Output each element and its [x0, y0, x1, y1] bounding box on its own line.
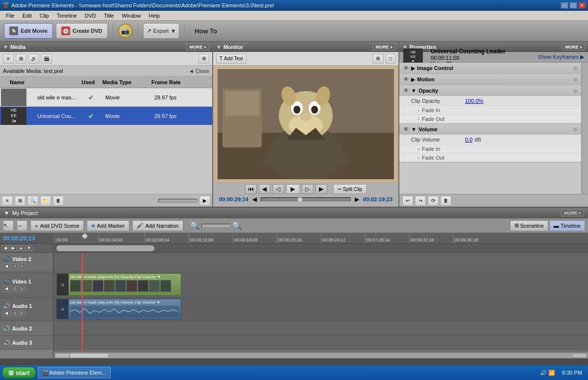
audio1-right-btn[interactable]: ▷ [19, 310, 25, 316]
monitor-collapse-button[interactable]: □ [386, 54, 395, 64]
media-filmstrip-button[interactable]: 🎬 [41, 54, 52, 64]
media-more-button[interactable]: MORE » [186, 44, 209, 50]
project-collapse-icon[interactable]: ▼ [4, 210, 9, 216]
menu-title[interactable]: Title [100, 12, 118, 20]
pointer-tool-button[interactable]: ↖ [3, 220, 14, 231]
close-button[interactable]: ✕ [578, 2, 586, 9]
media-view-list-button[interactable]: ≡ [3, 54, 14, 64]
sceneline-button[interactable]: ⊞ Sceneline [510, 220, 548, 231]
add-narration-button[interactable]: 🎤 Add Narration [132, 220, 183, 231]
image-control-header[interactable]: 👁 ▶ Image Control ⊙ [399, 63, 581, 73]
col-fps-header[interactable]: Frame Rate [149, 79, 194, 85]
reset-btn[interactable]: ⟳ [428, 196, 439, 206]
motion-header[interactable]: 👁 ▶ Motion ⊙ [399, 74, 581, 85]
video2-track[interactable] [54, 253, 588, 272]
eye-icon-volume[interactable]: 👁 [403, 126, 409, 133]
zoom-slider[interactable] [201, 224, 231, 228]
add-text-button[interactable]: T Add Text [216, 54, 246, 64]
motion-reset[interactable]: ⊙ [573, 77, 577, 82]
timeline-scrollbar[interactable] [54, 244, 588, 253]
add-marker-button[interactable]: ◆ Add Marker [87, 220, 129, 231]
collapse-all-btn[interactable]: ◀ [2, 245, 9, 251]
hscroll-left-btn[interactable] [55, 353, 70, 358]
eye-icon-motion[interactable]: 👁 [403, 76, 409, 83]
media-item-1[interactable]: old wile e mask play.m4v ✔ Movie 29.97 f… [0, 88, 212, 107]
time-ruler[interactable]: :00;00 00:01;04;02 00:02;08;04 00:03;12;… [54, 233, 588, 244]
create-dvd-button[interactable]: 💿 Create DVD [56, 23, 108, 39]
media-options-button[interactable]: ⚙ [198, 54, 209, 64]
menu-help[interactable]: Help [145, 12, 164, 20]
eye-icon-opacity[interactable]: 👁 [403, 87, 409, 94]
col-type-header[interactable]: Media Type [100, 79, 149, 85]
video1-right-btn[interactable]: ▷ [19, 286, 25, 292]
audio1-left-btn[interactable]: ◁ [11, 310, 18, 316]
media-grid-view-btn[interactable]: ⊞ [15, 196, 25, 206]
trash-btn[interactable]: 🗑 [441, 196, 451, 206]
monitor-more-button[interactable]: MORE » [372, 44, 395, 50]
edit-movie-button[interactable]: ✎ Edit Movie [4, 23, 53, 39]
how-to-button[interactable]: How To [190, 23, 222, 39]
media-speaker-button[interactable]: 🔊 [28, 54, 39, 64]
opacity-reset[interactable]: ⊙ [573, 88, 577, 94]
props-more-button[interactable]: MORE » [562, 44, 585, 50]
volume-reset[interactable]: ⊙ [573, 127, 577, 132]
ripple-tool-button[interactable]: ↔ [17, 220, 27, 231]
media-folder-btn[interactable]: 📁 [40, 196, 51, 206]
zoom-out-button[interactable]: 🔍 [190, 221, 200, 230]
monitor-settings-button[interactable]: ⚙ [372, 54, 384, 64]
opacity-fade-in-label[interactable]: Fade In [422, 107, 440, 113]
scrubber-fwd-btn[interactable]: ▶ [355, 196, 359, 203]
image-control-reset[interactable]: ⊙ [573, 66, 577, 71]
col-used-header[interactable]: Used [76, 79, 100, 85]
monitor-collapse-icon[interactable]: ▼ [216, 44, 221, 50]
video2-mute-btn[interactable]: ◀ [3, 263, 10, 269]
zoom-in-button[interactable]: 🔍 [232, 221, 242, 230]
video2-right-btn[interactable]: ▷ [19, 263, 25, 269]
menu-file[interactable]: File [2, 12, 19, 20]
volume-fade-out-label[interactable]: Fade Out [422, 155, 444, 161]
video1-track[interactable]: U old wile e mask play.m4v [V] Opacity:C… [54, 272, 588, 298]
project-more-button[interactable]: MORE » [561, 210, 584, 216]
frame-back-button[interactable]: ◁ [272, 184, 284, 194]
add-dvd-scene-button[interactable]: ● Add DVD Scene [30, 220, 84, 231]
go-start-button[interactable]: ⏮ [245, 184, 257, 194]
taskbar-app-item[interactable]: 🎬 Adobe Premiere Elem... [38, 367, 111, 379]
menu-edit[interactable]: Edit [19, 12, 36, 20]
media-h-scroll[interactable] [158, 199, 197, 203]
expand-all-btn[interactable]: ▶ [10, 245, 17, 251]
scrubber-back-btn[interactable]: ◀ [252, 196, 257, 203]
volume-fade-in-label[interactable]: Fade In [422, 146, 440, 152]
audio3-track[interactable] [54, 336, 588, 350]
timeline-scrubber[interactable] [261, 197, 351, 201]
menu-timeline[interactable]: Timeline [53, 12, 81, 20]
current-time-display[interactable]: 00:00:29;14 [219, 196, 248, 202]
export-button[interactable]: ↗ Export ▼ [143, 23, 180, 39]
hscroll-thumb[interactable] [70, 353, 109, 358]
timeline-time-display[interactable]: 00:00:29;14 [3, 235, 35, 242]
video1-left-btn[interactable]: ◁ [11, 286, 18, 292]
media-scroll-right[interactable]: ▶ [199, 196, 210, 206]
split-clip-button[interactable]: ✂ Split Clip [333, 184, 367, 194]
timeline-hscroll[interactable] [54, 352, 588, 358]
col-name-header[interactable]: Name [0, 79, 76, 85]
minimize-button[interactable]: – [561, 2, 568, 9]
media-search-btn[interactable]: 🔍 [27, 196, 38, 206]
audio1-mute-btn[interactable]: ◀ [3, 310, 10, 316]
clip-volume-value[interactable]: 0.0 [465, 137, 472, 142]
volume-header[interactable]: 👁 ▼ Volume ⊙ [399, 124, 581, 135]
opacity-fade-out-label[interactable]: Fade Out [422, 116, 444, 122]
video1-mute-btn[interactable]: ◀ [3, 286, 10, 292]
media-item-2[interactable]: HEKE3♦ Universal Counting Leader ✔ Movie… [0, 107, 212, 125]
media-delete-btn[interactable]: 🗑 [53, 196, 64, 206]
hscroll-track[interactable] [70, 353, 572, 358]
scroll-thumb[interactable] [56, 245, 154, 251]
track-down-btn[interactable]: ▼ [25, 245, 32, 251]
undo-btn[interactable]: ↩ [402, 196, 413, 206]
media-collapse-icon[interactable]: ▼ [3, 44, 8, 50]
show-keyframes-button[interactable]: Show Keyframes ▶ [538, 54, 584, 60]
video2-left-btn[interactable]: ◁ [11, 263, 18, 269]
eye-icon[interactable]: 👁 [403, 65, 409, 71]
scrubber-knob[interactable] [297, 197, 303, 203]
clip-opacity-value[interactable]: 100.0% [465, 98, 483, 104]
play-button[interactable]: ▶ [286, 184, 300, 194]
